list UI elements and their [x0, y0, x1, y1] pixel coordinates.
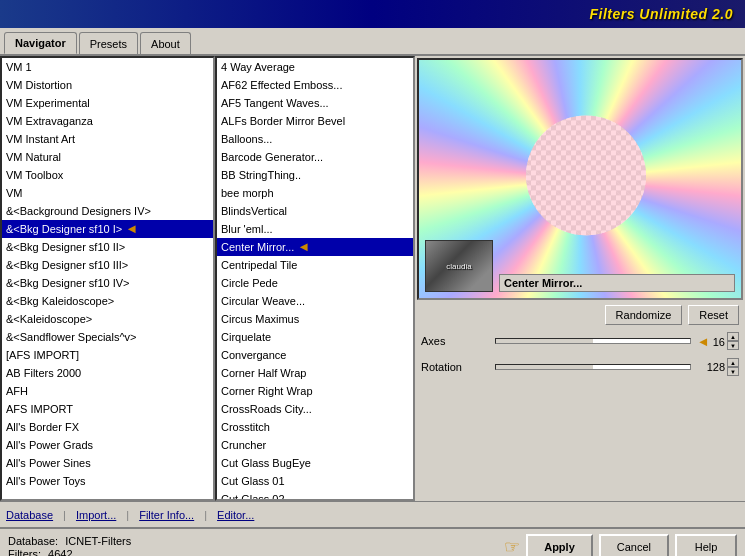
list-item[interactable]: Circle Pede	[217, 274, 413, 292]
list-item[interactable]: VM	[2, 184, 213, 202]
title-bar: Filters Unlimited 2.0	[0, 0, 745, 28]
list-item[interactable]: &<Sandflower Specials^v>	[2, 328, 213, 346]
randomize-button[interactable]: Randomize	[605, 305, 683, 325]
list-item[interactable]: VM Distortion	[2, 76, 213, 94]
filter-name-display: Center Mirror...	[499, 274, 735, 292]
list-item[interactable]: Cut Glass 02	[217, 490, 413, 501]
list-item[interactable]: &<Bkg Designer sf10 II>	[2, 238, 213, 256]
controls-spacer	[415, 380, 745, 501]
list-item[interactable]: Centripedal Tile	[217, 256, 413, 274]
list-item[interactable]: All's Power Grads	[2, 436, 213, 454]
list-item[interactable]: &<Background Designers IV>	[2, 202, 213, 220]
axes-spinbox[interactable]: ▲ ▼	[727, 332, 739, 350]
arrow-icon-left: ◄	[125, 221, 138, 237]
axes-down-arrow[interactable]: ▼	[727, 341, 739, 350]
tab-presets[interactable]: Presets	[79, 32, 138, 54]
list-item[interactable]: Cruncher	[217, 436, 413, 454]
filter-list[interactable]: 4 Way Average AF62 Effected Emboss... AF…	[215, 56, 415, 501]
tab-bar: Navigator Presets About	[0, 28, 745, 56]
list-item[interactable]: VM Toolbox	[2, 166, 213, 184]
main-content: VM 1 VM Distortion VM Experimental VM Ex…	[0, 56, 745, 501]
rotation-down-arrow[interactable]: ▼	[727, 367, 739, 376]
import-link[interactable]: Import...	[76, 509, 116, 521]
bottom-toolbar: Database | Import... | Filter Info... | …	[0, 501, 745, 527]
list-item[interactable]: 4 Way Average	[217, 58, 413, 76]
filters-label: Filters: 4642	[8, 548, 138, 557]
list-item[interactable]: &<Bkg Designer sf10 IV>	[2, 274, 213, 292]
rotation-spinbox[interactable]: ▲ ▼	[727, 358, 739, 376]
list-item[interactable]: Cut Glass BugEye	[217, 454, 413, 472]
rotation-up-arrow[interactable]: ▲	[727, 358, 739, 367]
list-item[interactable]: Corner Right Wrap	[217, 382, 413, 400]
list-item[interactable]: BB StringThing..	[217, 166, 413, 184]
status-info: Database: ICNET-Filters Filters: 4642	[8, 535, 504, 557]
list-item[interactable]: &<Bkg Designer sf10 III>	[2, 256, 213, 274]
list-item[interactable]: Circus Maximus	[217, 310, 413, 328]
list-item[interactable]: AFH	[2, 382, 213, 400]
arrow-pointer-axes: ◄	[697, 334, 710, 349]
apply-button[interactable]: Apply	[526, 534, 593, 556]
list-item[interactable]: AB Filters 2000	[2, 364, 213, 382]
list-item[interactable]: VM Extravaganza	[2, 112, 213, 130]
tab-about[interactable]: About	[140, 32, 191, 54]
database-label: Database: ICNET-Filters	[8, 535, 138, 547]
editor-link[interactable]: Editor...	[217, 509, 254, 521]
list-item-selected[interactable]: &<Bkg Designer sf10 I> ◄	[2, 220, 213, 238]
list-item[interactable]: Convergance	[217, 346, 413, 364]
help-button[interactable]: Help	[675, 534, 737, 556]
reset-button[interactable]: Reset	[688, 305, 739, 325]
randomize-reset-row: Randomize Reset	[415, 302, 745, 328]
list-item[interactable]: All's Border FX	[2, 418, 213, 436]
arrow-pointer-apply: ☞	[504, 536, 520, 556]
list-item[interactable]: ALFs Border Mirror Bevel	[217, 112, 413, 130]
axes-up-arrow[interactable]: ▲	[727, 332, 739, 341]
list-item[interactable]: Blur 'eml...	[217, 220, 413, 238]
database-link[interactable]: Database	[6, 509, 53, 521]
list-item-selected-filter[interactable]: Center Mirror... ◄	[217, 238, 413, 256]
list-item[interactable]: VM Experimental	[2, 94, 213, 112]
list-item[interactable]: VM Natural	[2, 148, 213, 166]
preview-thumbnail: claudia	[425, 240, 493, 292]
list-item[interactable]: bee morph	[217, 184, 413, 202]
axes-label: Axes	[421, 335, 491, 347]
list-item[interactable]: BlindsVertical	[217, 202, 413, 220]
axes-value: ◄ 16	[695, 334, 725, 349]
list-item[interactable]: AF5 Tangent Waves...	[217, 94, 413, 112]
list-item[interactable]: &<Bkg Kaleidoscope>	[2, 292, 213, 310]
category-list[interactable]: VM 1 VM Distortion VM Experimental VM Ex…	[0, 56, 215, 501]
list-item[interactable]: All's Power Toys	[2, 472, 213, 490]
list-item[interactable]: &<Kaleidoscope>	[2, 310, 213, 328]
rotation-control-row: Rotation 128 ▲ ▼	[421, 357, 739, 377]
cancel-button[interactable]: Cancel	[599, 534, 669, 556]
list-item[interactable]: Crosstitch	[217, 418, 413, 436]
rotation-label: Rotation	[421, 361, 491, 373]
list-item[interactable]: VM Instant Art	[2, 130, 213, 148]
list-item[interactable]: Circular Weave...	[217, 292, 413, 310]
status-bar: Database: ICNET-Filters Filters: 4642 ☞ …	[0, 527, 745, 556]
preview-area: claudia Center Mirror...	[417, 58, 743, 300]
arrow-icon-right: ◄	[297, 239, 310, 255]
list-item[interactable]: AF62 Effected Emboss...	[217, 76, 413, 94]
app-title: Filters Unlimited 2.0	[589, 6, 733, 22]
list-item[interactable]: All's Power Sines	[2, 454, 213, 472]
axes-slider[interactable]	[495, 338, 691, 344]
list-item[interactable]: Corner Half Wrap	[217, 364, 413, 382]
list-item[interactable]: Balloons...	[217, 130, 413, 148]
tab-navigator[interactable]: Navigator	[4, 32, 77, 54]
list-item[interactable]: Barcode Generator...	[217, 148, 413, 166]
list-item[interactable]: AFS IMPORT	[2, 400, 213, 418]
axes-control-row: Axes ◄ 16 ▲ ▼	[421, 331, 739, 351]
list-item[interactable]: Cirquelate	[217, 328, 413, 346]
list-item[interactable]: CrossRoads City...	[217, 400, 413, 418]
rotation-slider[interactable]	[495, 364, 691, 370]
list-item[interactable]: Cut Glass 01	[217, 472, 413, 490]
filter-info-link[interactable]: Filter Info...	[139, 509, 194, 521]
preview-image-overlay	[526, 115, 646, 235]
list-item[interactable]: [AFS IMPORT]	[2, 346, 213, 364]
list-item[interactable]: VM 1	[2, 58, 213, 76]
thumbnail-label: claudia	[446, 262, 471, 271]
action-buttons: ☞ Apply Cancel Help	[504, 534, 737, 556]
right-panel: claudia Center Mirror... Randomize Reset…	[415, 56, 745, 501]
rotation-value: 128	[695, 361, 725, 373]
status-database-col: Database: ICNET-Filters Filters: 4642	[8, 535, 138, 557]
